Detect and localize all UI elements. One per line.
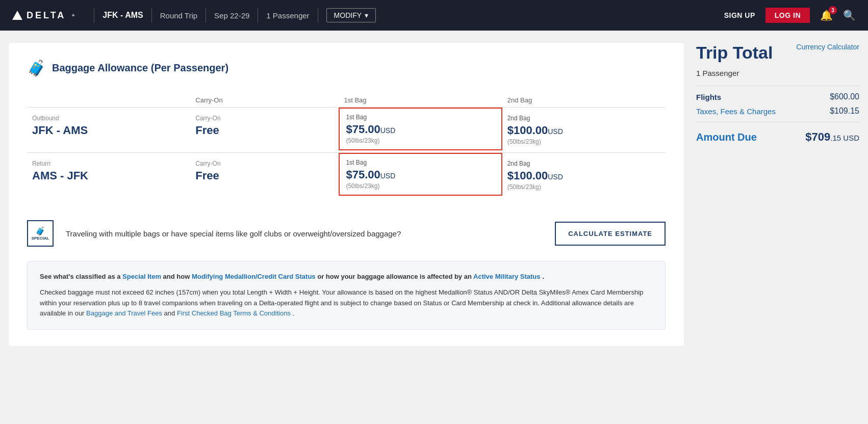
return-secondbag-cell: 2nd Bag $100.00USD (50lbs/23kg) <box>502 153 666 198</box>
card-title-text: Baggage Allowance (Per Passenger) <box>52 62 228 74</box>
header: DELTA ✦ JFK - AMS Round Trip Sep 22-29 1… <box>0 0 868 31</box>
amount-due-label: Amount Due <box>696 131 757 143</box>
sidebar-divider-1 <box>696 86 859 86</box>
table-row-outbound: Outbound JFK - AMS Carry-On Free 1st Bag… <box>27 108 666 153</box>
info-small-text: Checked baggage must not exceed 62 inche… <box>40 287 653 319</box>
info-suffix: or how your baggage allowance is affecte… <box>316 273 473 280</box>
return-secondbag-currency: USD <box>548 173 563 181</box>
suitcase-icon: 🧳 <box>35 226 45 236</box>
outbound-route-name: JFK - AMS <box>32 124 185 137</box>
table-header-row: Carry-On 1st Bag 2nd Bag <box>27 89 666 108</box>
outbound-secondbag-currency: USD <box>548 127 563 136</box>
outbound-secondbag-weight: (50lbs/23kg) <box>507 138 660 145</box>
delta-logo: DELTA ✦ <box>12 10 75 21</box>
return-carryon-value: Free <box>195 169 334 182</box>
header-right-section: SIGN UP LOG IN 🔔 3 🔍 <box>724 8 856 23</box>
logo-tagline: ✦ <box>71 12 75 19</box>
outbound-firstbag-price-text: $75.00 <box>346 123 380 136</box>
outbound-label: Outbound <box>32 115 185 122</box>
info-and: and <box>162 309 177 317</box>
outbound-firstbag-highlight: 1st Bag $75.00USD (50lbs/23kg) <box>339 108 502 150</box>
amount-due-row: Amount Due $709.15 USD <box>696 130 859 144</box>
taxes-row: Taxes, Fees & Charges $109.15 <box>696 107 859 116</box>
header-divider-4 <box>258 8 258 23</box>
outbound-secondbag-cell: 2nd Bag $100.00USD (50lbs/23kg) <box>502 108 666 153</box>
special-baggage-row: 🧳 SPECIAL Traveling with multiple bags o… <box>27 212 666 247</box>
outbound-carryon-value: Free <box>195 124 334 137</box>
table-row-return: Return AMS - JFK Carry-On Free 1st Bag $… <box>27 153 666 198</box>
return-firstbag-weight: (50lbs/23kg) <box>346 182 495 190</box>
flights-label: Flights <box>696 93 721 101</box>
return-firstbag-price: $75.00USD <box>346 168 495 181</box>
header-trip-type: Round Trip <box>160 11 197 20</box>
luggage-icon: 🧳 <box>27 59 46 77</box>
baggage-fees-link[interactable]: Baggage and Travel Fees <box>86 309 162 317</box>
outbound-firstbag-currency: USD <box>380 126 396 135</box>
first-bag-link[interactable]: First Checked Bag Terms & Conditions <box>177 309 291 317</box>
return-firstbag-cell: 1st Bag $75.00USD (50lbs/23kg) <box>339 153 502 198</box>
header-route: JFK - AMS <box>103 11 143 20</box>
trip-total-sidebar: Trip Total Currency Calculator 1 Passeng… <box>696 43 859 144</box>
flights-value: $600.00 <box>830 92 859 101</box>
modify-chevron-icon: ▾ <box>365 11 368 19</box>
trip-total-header: Trip Total Currency Calculator <box>696 43 859 65</box>
outbound-carryon-label: Carry-On <box>195 115 334 122</box>
header-divider-3 <box>206 8 206 23</box>
special-item-link[interactable]: Special Item <box>122 273 161 280</box>
info-box: See what's classified as a Special Item … <box>27 261 666 330</box>
outbound-firstbag-weight: (50lbs/23kg) <box>346 137 495 144</box>
return-firstbag-currency: USD <box>380 172 396 180</box>
special-icon-label: SPECIAL <box>32 236 49 241</box>
col-header-route <box>27 89 190 108</box>
modify-label: MODIFY <box>334 11 362 19</box>
search-icon: 🔍 <box>843 10 856 21</box>
outbound-firstbag-header: 1st Bag <box>346 114 495 121</box>
login-button[interactable]: LOG IN <box>765 8 810 23</box>
sidebar-divider-2 <box>696 122 859 122</box>
outbound-firstbag-price: $75.00USD <box>346 123 495 136</box>
outbound-secondbag-price: $100.00USD <box>507 124 660 137</box>
return-secondbag-price-text: $100.00 <box>507 169 548 182</box>
military-link[interactable]: Active Military Status <box>473 273 541 280</box>
col-header-carryon: Carry-On <box>190 89 339 108</box>
calculate-estimate-button[interactable]: CALCULATE ESTIMATE <box>555 222 666 246</box>
return-secondbag-price: $100.00USD <box>507 169 660 182</box>
taxes-label: Taxes, Fees & Charges <box>696 107 776 116</box>
header-divider-1 <box>94 8 94 23</box>
return-firstbag-header: 1st Bag <box>346 159 495 166</box>
outbound-carryon-cell: Carry-On Free <box>190 108 339 153</box>
info-end: . <box>541 273 544 280</box>
return-route-cell: Return AMS - JFK <box>27 153 190 198</box>
main-content: 🧳 Baggage Allowance (Per Passenger) Carr… <box>1 31 867 358</box>
taxes-value: $109.15 <box>830 107 859 116</box>
flights-row: Flights $600.00 <box>696 92 859 101</box>
modify-button[interactable]: MODIFY ▾ <box>326 8 376 22</box>
amount-due-cents: .15 <box>830 134 841 142</box>
outbound-secondbag-header: 2nd Bag <box>507 115 660 122</box>
header-dates: Sep 22-29 <box>214 11 249 20</box>
return-label: Return <box>32 160 185 167</box>
info-prefix: See what's classified as a <box>40 273 122 280</box>
amount-due-dollars: $709 <box>805 130 830 143</box>
return-firstbag-price-text: $75.00 <box>346 168 380 181</box>
header-divider-2 <box>151 8 152 23</box>
info-line1: See what's classified as a Special Item … <box>40 272 653 282</box>
return-secondbag-header: 2nd Bag <box>507 160 660 167</box>
notifications-button[interactable]: 🔔 3 <box>820 9 833 21</box>
outbound-route-cell: Outbound JFK - AMS <box>27 108 190 153</box>
notification-badge: 3 <box>829 6 837 14</box>
signup-button[interactable]: SIGN UP <box>724 11 755 19</box>
col-header-firstbag: 1st Bag <box>339 89 502 108</box>
search-button[interactable]: 🔍 <box>843 9 856 21</box>
card-title-row: 🧳 Baggage Allowance (Per Passenger) <box>27 59 666 77</box>
trip-total-title: Trip Total <box>696 43 773 63</box>
currency-calculator-link[interactable]: Currency Calculator <box>796 43 859 51</box>
return-route-name: AMS - JFK <box>32 169 185 182</box>
trip-passengers-label: 1 Passenger <box>696 69 859 77</box>
medallion-link[interactable]: Modifying Medallion/Credit Card Status <box>192 273 316 280</box>
col-header-secondbag: 2nd Bag <box>502 89 666 108</box>
return-carryon-label: Carry-On <box>195 160 334 167</box>
amount-due-value: $709.15 USD <box>805 130 859 144</box>
amount-due-currency: USD <box>841 134 859 142</box>
info-mid: and how <box>161 273 192 280</box>
